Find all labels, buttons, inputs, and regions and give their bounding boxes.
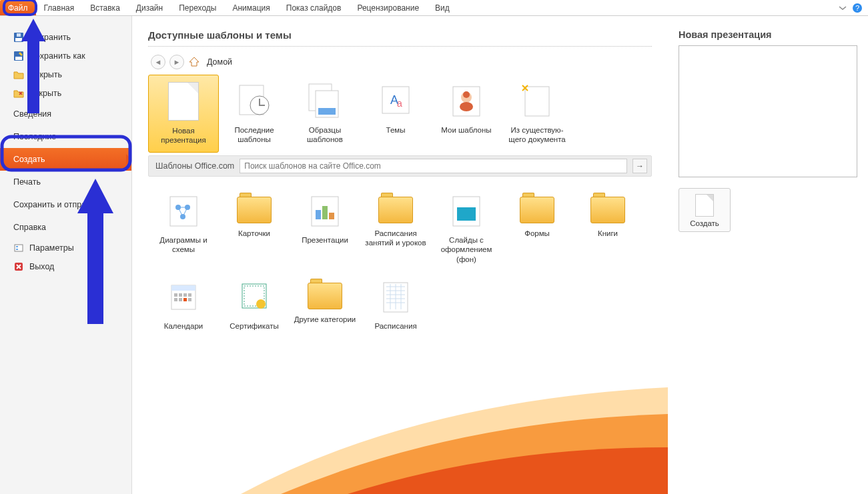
breadcrumb-home[interactable]: Домой [207, 57, 232, 67]
tab-file[interactable]: Файл [0, 0, 36, 15]
template-recent[interactable]: Последние шаблоны [219, 75, 290, 153]
menu-exit[interactable]: Выход [0, 257, 131, 276]
template-samples[interactable]: Образцы шаблонов [290, 75, 360, 153]
certificate-icon [236, 277, 273, 315]
category-more[interactable]: Другие категории [290, 271, 360, 337]
officecom-categories-2: Календари Сертификаты Другие категории Р… [148, 271, 652, 337]
svg-rect-8 [16, 246, 18, 247]
svg-rect-36 [174, 293, 177, 297]
help-icon[interactable]: ? [852, 3, 863, 13]
category-schedules[interactable]: Расписания занятий и уроков [360, 185, 431, 271]
tab-review[interactable]: Рецензирование [349, 0, 427, 15]
svg-rect-24 [170, 197, 197, 226]
create-button[interactable]: Создать [679, 188, 731, 232]
menu-share[interactable]: Сохранить и отправить [0, 193, 131, 216]
template-themes[interactable]: Aa Темы [360, 75, 431, 153]
nav-forward-button[interactable]: ► [169, 55, 184, 69]
category-timetables[interactable]: Расписания [360, 271, 431, 337]
options-icon [13, 243, 24, 253]
template-blank-label: Новая презентация [150, 126, 217, 145]
category-presentations[interactable]: Презентации [290, 185, 360, 271]
svg-rect-37 [179, 293, 182, 297]
separator [148, 46, 652, 47]
builtin-templates: Новая презентация Последние шаблоны Обра… [148, 75, 652, 153]
menu-print[interactable]: Печать [0, 171, 131, 193]
template-samples-label: Образцы шаблонов [291, 125, 359, 145]
category-more-label: Другие категории [291, 315, 359, 324]
svg-rect-42 [183, 298, 187, 301]
svg-rect-9 [16, 249, 18, 250]
menu-save-as[interactable]: Сохранить как [0, 47, 131, 65]
menu-print-label: Печать [13, 177, 41, 187]
category-certificates[interactable]: Сертификаты [219, 271, 290, 337]
folder-icon [237, 197, 272, 223]
svg-rect-23 [525, 87, 549, 116]
template-my-label: Мои шаблоны [432, 125, 500, 135]
category-forms-label: Формы [503, 229, 571, 238]
tab-transitions[interactable]: Переходы [171, 0, 224, 15]
menu-new[interactable]: Создать [0, 148, 131, 171]
folder-icon [378, 197, 413, 223]
tab-animations[interactable]: Анимация [224, 0, 278, 15]
menu-options-label: Параметры [29, 243, 74, 253]
themes-icon: Aa [377, 81, 414, 119]
tab-insert[interactable]: Вставка [82, 0, 128, 15]
template-recent-label: Последние шаблоны [220, 125, 288, 145]
template-my[interactable]: Мои шаблоны [431, 75, 502, 153]
template-from-existing[interactable]: Из существую- щего документа [502, 75, 572, 153]
category-calendars[interactable]: Календари [148, 271, 219, 337]
svg-point-22 [460, 102, 473, 111]
menu-options[interactable]: Параметры [0, 239, 131, 257]
category-diagrams[interactable]: Диаграммы и схемы [148, 185, 219, 271]
tab-slideshow[interactable]: Показ слайдов [278, 0, 350, 15]
menu-recent[interactable]: Последние [0, 125, 131, 148]
save-as-icon [13, 51, 24, 61]
tab-design[interactable]: Дизайн [128, 0, 171, 15]
blank-page-icon [168, 82, 199, 121]
menu-recent-label: Последние [13, 132, 56, 141]
category-timetables-label: Расписания [362, 321, 430, 331]
menu-info[interactable]: Сведения [0, 103, 131, 125]
tab-home[interactable]: Главная [36, 0, 83, 15]
svg-text:?: ? [855, 4, 859, 12]
svg-point-21 [463, 91, 470, 98]
tab-view[interactable]: Вид [427, 0, 458, 15]
category-certificates-label: Сертификаты [220, 321, 288, 331]
officecom-categories-1: Диаграммы и схемы Карточки Презентации Р… [148, 185, 652, 271]
category-forms[interactable]: Формы [502, 185, 572, 271]
search-go-button[interactable]: → [632, 159, 647, 173]
menu-open-label: Открыть [29, 70, 62, 79]
nav-back-button[interactable]: ◄ [151, 55, 165, 69]
officecom-search [240, 159, 627, 173]
category-books-label: Книги [574, 229, 642, 238]
menu-help[interactable]: Справка [0, 216, 131, 239]
folder-icon [308, 283, 342, 309]
menu-exit-label: Выход [29, 262, 54, 271]
search-input[interactable] [240, 159, 627, 173]
category-diagrams-label: Диаграммы и схемы [149, 235, 218, 255]
svg-rect-40 [174, 298, 177, 301]
create-button-label: Создать [682, 219, 727, 227]
svg-rect-29 [316, 210, 321, 219]
category-books[interactable]: Книги [572, 185, 643, 271]
preview-title: Новая презентация [679, 29, 857, 40]
timetable-icon [377, 277, 414, 315]
svg-rect-39 [188, 293, 191, 297]
menu-save[interactable]: Сохранить [0, 28, 131, 47]
home-icon[interactable] [188, 56, 200, 68]
folder-icon [520, 197, 554, 223]
menu-close-label: Закрыть [29, 89, 61, 98]
category-design-slides[interactable]: Слайды с оформлением (фон) [431, 185, 502, 271]
category-cards[interactable]: Карточки [219, 185, 290, 271]
presentations-icon [306, 191, 344, 229]
my-templates-icon [448, 81, 485, 119]
menu-close[interactable]: Закрыть [0, 84, 131, 103]
menu-share-label: Сохранить и отправить [13, 200, 103, 209]
menu-open[interactable]: Открыть [0, 65, 131, 84]
menu-save-as-label: Сохранить как [29, 51, 85, 61]
menu-new-label: Создать [13, 155, 45, 164]
template-blank[interactable]: Новая презентация [148, 75, 219, 153]
content-area: Доступные шаблоны и темы ◄ ► Домой Новая… [132, 16, 668, 494]
ribbon-minimize-icon[interactable] [837, 3, 848, 13]
decorative-swoosh [241, 361, 668, 494]
